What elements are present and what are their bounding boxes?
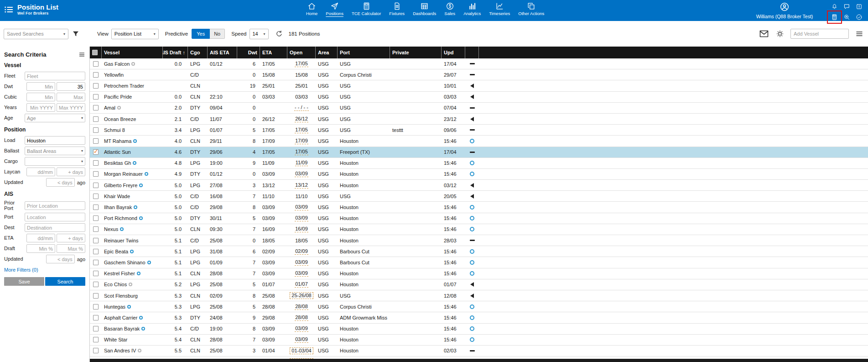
vessel-row[interactable]: Ilhan Bayrak5.0C/D29/08803/0903/09USGHou… xyxy=(90,202,868,213)
column-header-ais_eta[interactable]: AIS ETA xyxy=(208,47,237,58)
row-checkbox[interactable] xyxy=(93,315,99,320)
prior-port-input[interactable] xyxy=(25,201,85,210)
grid-menu-icon[interactable] xyxy=(855,30,863,38)
column-header-status[interactable] xyxy=(465,47,479,58)
row-checkbox[interactable] xyxy=(93,149,99,155)
vessel-row[interactable]: Basaran Bayrak5.4C/D19:00803/0903/09USGH… xyxy=(90,324,868,335)
vessel-name[interactable]: Reinauer Twins xyxy=(104,238,139,243)
vessel-row[interactable]: Epic Beata5.1LPG31/08602/0902/09USGBarbo… xyxy=(90,246,868,257)
laycan-input[interactable] xyxy=(57,168,85,176)
vessel-row[interactable]: Besiktas Gh4.8LPG19:00911/0911/09USGHous… xyxy=(90,158,868,169)
updated-input[interactable] xyxy=(46,178,75,187)
vessel-name[interactable]: San Andres IV xyxy=(104,348,136,353)
vessel-row[interactable]: YellowfinC/D015/0815/08USGCorpus Christi… xyxy=(90,69,868,80)
chat-icon[interactable] xyxy=(841,1,853,12)
vessel-name[interactable]: Gas Falcon xyxy=(104,61,130,67)
predictive-yes-button[interactable]: Yes xyxy=(192,29,210,39)
vessel-row[interactable]: Morgan Reinauer4.9DTY01/12003/0903/09USG… xyxy=(90,169,868,180)
row-checkbox[interactable] xyxy=(93,337,99,342)
column-header-cgo[interactable]: Cgo xyxy=(188,47,208,58)
row-checkbox[interactable] xyxy=(93,72,99,78)
vessel-row[interactable]: Gas Falcon0.0LPG01/12617/0517/05USGUSG17… xyxy=(90,58,868,69)
row-checkbox[interactable] xyxy=(93,183,99,188)
years-input[interactable] xyxy=(26,103,55,112)
nav-item-dashboards[interactable]: Dashboards xyxy=(409,2,440,16)
cubic-input[interactable] xyxy=(57,93,85,101)
dwt-input[interactable] xyxy=(26,82,55,91)
vessel-row[interactable]: Amal2.0DTY09/040- - / - -USGUSG07/04 xyxy=(90,103,868,114)
eta-input[interactable] xyxy=(57,234,85,242)
vessel-row[interactable]: Scot Flensburg5.3CLN02/09825/0825-26/08U… xyxy=(90,290,868,301)
column-header-port[interactable]: Port xyxy=(338,47,390,58)
vessel-name[interactable]: Port Richmond xyxy=(104,215,137,221)
vessel-name[interactable]: Epic Beata xyxy=(104,249,128,254)
nav-item-sales[interactable]: Sales xyxy=(440,2,459,16)
dest-input[interactable] xyxy=(25,223,85,232)
vessel-name[interactable]: Khair Wade xyxy=(104,194,130,199)
row-checkbox[interactable] xyxy=(93,127,99,133)
laycan-input[interactable] xyxy=(26,168,55,176)
vessel-name[interactable]: Morgan Reinauer xyxy=(104,171,143,177)
app-menu-icon[interactable] xyxy=(4,5,14,15)
row-checkbox[interactable] xyxy=(93,205,99,210)
column-header-check[interactable] xyxy=(90,47,102,58)
column-header-open[interactable]: Open xyxy=(287,47,316,58)
row-checkbox[interactable] xyxy=(93,271,99,276)
eta-input[interactable] xyxy=(26,234,55,242)
row-checkbox[interactable] xyxy=(93,215,99,221)
vessel-name[interactable]: Gilberto Freyre xyxy=(104,183,137,188)
check-circle-icon[interactable] xyxy=(853,12,865,22)
view-select[interactable]: Position List ▾ xyxy=(111,29,159,39)
bell-icon[interactable] xyxy=(828,1,841,12)
row-checkbox[interactable] xyxy=(93,293,99,299)
mail-icon[interactable] xyxy=(759,28,769,39)
row-checkbox[interactable] xyxy=(93,226,99,232)
vessel-name[interactable]: Gaschem Shinano xyxy=(104,260,146,265)
calculator-icon[interactable] xyxy=(828,12,841,22)
vessel-name[interactable]: MT Rahama xyxy=(104,138,131,144)
vessel-name[interactable]: Huntegas xyxy=(104,304,125,310)
row-checkbox[interactable] xyxy=(93,304,99,310)
vessel-name[interactable]: Kestrel Fisher xyxy=(104,271,135,276)
column-header-draft[interactable]: AIS Draft↑ xyxy=(163,47,188,58)
add-vessel-input[interactable] xyxy=(790,29,849,39)
vessel-row[interactable]: Gilberto Freyre5.0LPG27/08313/1213/12USG… xyxy=(90,180,868,191)
row-checkbox[interactable] xyxy=(93,160,99,166)
vessel-row[interactable]: Reinauer Twins5.1C/D25/08018/0518/05USGH… xyxy=(90,235,868,246)
zoom-in-icon[interactable] xyxy=(841,12,853,22)
row-checkbox[interactable] xyxy=(93,61,99,67)
row-checkbox[interactable] xyxy=(93,238,99,243)
nav-item-timeseries[interactable]: Timeseries xyxy=(485,2,514,16)
vessel-name[interactable]: Amal xyxy=(104,105,115,110)
speed-select[interactable]: 14 ▾ xyxy=(249,29,269,39)
nav-item-home[interactable]: Home xyxy=(302,2,322,16)
vessel-name[interactable]: Eco Chios xyxy=(104,282,127,287)
alert-icon[interactable] xyxy=(853,1,865,12)
vessel-name[interactable]: Besiktas Gh xyxy=(104,160,131,166)
draft-input[interactable] xyxy=(57,244,85,253)
vessel-name[interactable]: Yellowfin xyxy=(104,72,124,78)
vessel-row[interactable]: MT Rahama4.0CLN29/11817/0917/09USGHousto… xyxy=(90,136,868,147)
vessel-name[interactable]: Pacific Pride xyxy=(104,94,132,100)
row-checkbox[interactable] xyxy=(93,260,99,265)
ballast-select[interactable]: Ballast Areas▾ xyxy=(25,147,85,155)
updated-input[interactable] xyxy=(46,255,75,263)
age-select[interactable]: Age▾ xyxy=(25,114,85,122)
vessel-row[interactable]: Huntegas5.3LPG25/08528/0828/08USGCorpus … xyxy=(90,301,868,312)
row-checkbox[interactable] xyxy=(93,282,99,287)
user-menu[interactable]: Williams (Q88 Broker Test) xyxy=(750,2,819,20)
column-header-private[interactable]: Private xyxy=(390,47,442,58)
brightness-icon[interactable] xyxy=(776,30,784,38)
column-header-dwt[interactable]: Dwt xyxy=(237,47,260,58)
refresh-icon[interactable] xyxy=(275,30,283,38)
vessel-row[interactable]: San Andres IV5.5CLN25/08301/0401-03/04US… xyxy=(90,346,868,357)
column-header-eta[interactable]: ETA xyxy=(260,47,287,58)
nav-item-analytics[interactable]: Analytics xyxy=(459,2,485,16)
predictive-no-button[interactable]: No xyxy=(210,29,225,39)
saved-searches-select[interactable]: Saved Searches ▾ xyxy=(4,29,68,39)
nav-item-positions[interactable]: Positions xyxy=(322,2,348,16)
years-input[interactable] xyxy=(57,103,85,112)
vessel-name[interactable]: Basaran Bayrak xyxy=(104,326,140,331)
vessel-row[interactable]: Asphalt Carrier5.3DTY24/08929/0828/08USG… xyxy=(90,312,868,323)
dwt-input[interactable] xyxy=(57,82,85,91)
